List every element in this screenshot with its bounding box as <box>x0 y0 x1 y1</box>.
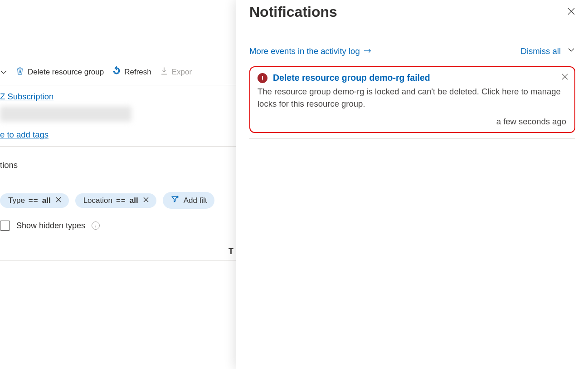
filter-pill-type[interactable]: Type == all <box>0 193 69 208</box>
tags-row: e to add tags <box>0 122 236 147</box>
close-icon[interactable] <box>143 197 149 204</box>
dismiss-notification-button[interactable] <box>562 74 568 81</box>
divider <box>249 138 575 139</box>
notification-body: The resource group demo-rg is locked and… <box>258 86 566 110</box>
refresh-label: Refresh <box>124 68 151 77</box>
add-tags-link[interactable]: e to add tags <box>0 130 49 139</box>
close-panel-button[interactable] <box>567 7 575 17</box>
close-icon[interactable] <box>55 197 62 204</box>
filter-label: Location <box>83 196 112 205</box>
add-filter-icon <box>171 195 180 206</box>
refresh-icon <box>112 66 121 78</box>
error-icon: ! <box>258 73 267 83</box>
filter-op: == <box>29 196 39 205</box>
notifications-panel: Notifications More events in the activit… <box>236 0 588 369</box>
trash-icon <box>15 66 24 78</box>
export-button[interactable]: Expor <box>160 66 192 78</box>
column-header[interactable]: T <box>0 247 236 261</box>
arrow-right-icon <box>364 47 372 55</box>
add-filter-label: Add filt <box>184 196 207 205</box>
notification-card-error: ! Delete resource group demo-rg failed T… <box>249 66 575 133</box>
filter-label: Type <box>8 196 25 205</box>
filter-value: all <box>130 196 138 205</box>
activity-log-label: More events in the activity log <box>249 46 360 56</box>
delete-resource-group-label: Delete resource group <box>28 68 104 77</box>
subscription-link[interactable]: Z Subscription <box>0 92 53 101</box>
filter-pill-location[interactable]: Location == all <box>75 193 156 208</box>
chevron-down-icon[interactable] <box>567 46 575 56</box>
subscription-row: Z Subscription <box>0 85 236 102</box>
notification-title-link[interactable]: Delete resource group demo-rg failed <box>273 73 430 83</box>
add-filter-button[interactable]: Add filt <box>163 192 214 209</box>
redacted-subscription-id <box>0 106 131 122</box>
panel-header: Notifications <box>249 4 575 25</box>
section-label: tions <box>0 147 236 170</box>
activity-log-link[interactable]: More events in the activity log <box>249 46 372 56</box>
chevron-down-icon[interactable] <box>0 69 7 76</box>
dismiss-all-button[interactable]: Dismiss all <box>521 46 561 56</box>
dismiss-all-group: Dismiss all <box>521 46 575 56</box>
download-icon <box>160 66 169 78</box>
show-hidden-types-label: Show hidden types <box>16 221 85 231</box>
delete-resource-group-button[interactable]: Delete resource group <box>15 66 104 78</box>
filter-op: == <box>116 196 126 205</box>
resource-group-page: Delete resource group Refresh Expor Z Su… <box>0 0 236 369</box>
command-bar: Delete resource group Refresh Expor <box>0 59 236 85</box>
info-icon[interactable]: i <box>92 221 100 230</box>
notification-timestamp: a few seconds ago <box>258 117 566 127</box>
filter-value: all <box>42 196 51 205</box>
refresh-button[interactable]: Refresh <box>112 66 151 78</box>
show-hidden-types-checkbox[interactable] <box>0 221 10 231</box>
filters-row: Type == all Location == all Add filt <box>0 192 236 209</box>
export-label: Expor <box>172 68 192 77</box>
panel-subheader: More events in the activity log Dismiss … <box>249 46 575 56</box>
panel-title: Notifications <box>249 4 337 20</box>
show-hidden-types-row: Show hidden types i <box>0 221 236 231</box>
notification-header: ! Delete resource group demo-rg failed <box>258 73 566 83</box>
